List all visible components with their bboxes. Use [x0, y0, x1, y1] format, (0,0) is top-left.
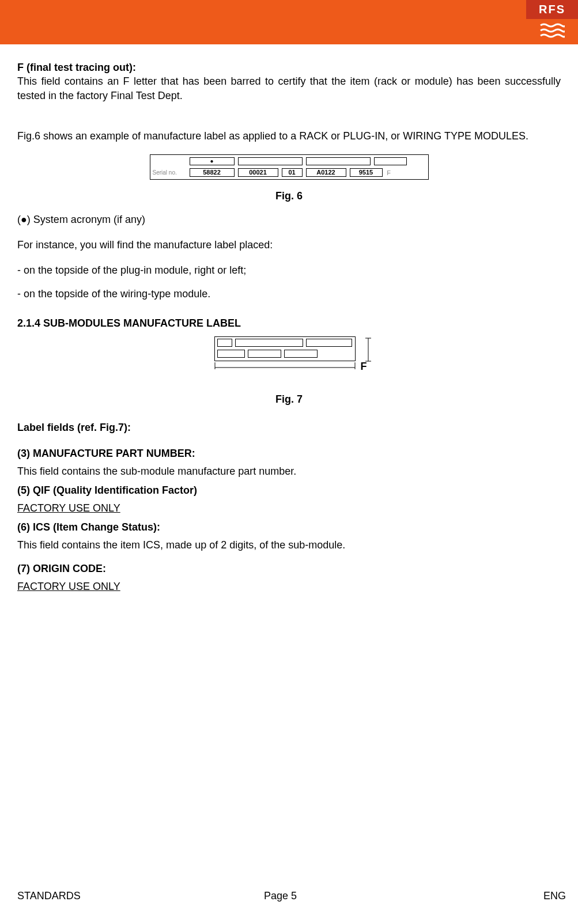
placement-item-2: - on the topside of the wiring-type modu… — [17, 287, 561, 301]
field-6: (6) ICS (Item Change Status): This field… — [17, 520, 561, 553]
fig6-top-trailing — [410, 158, 416, 165]
fig6-trailing-f: F — [386, 169, 392, 176]
field-7: (7) ORIGIN CODE: FACTORY USE ONLY — [17, 561, 561, 594]
field-6-body: This field contains the item ICS, made u… — [17, 537, 561, 553]
logo-text: RFS — [526, 0, 578, 19]
fig6-blank-label — [153, 158, 186, 164]
footer-right: ENG — [543, 890, 578, 902]
logo-wave-box — [526, 19, 578, 44]
fig6-label-box: ● Serial no. 58822 00021 01 A0122 9515 F — [150, 154, 429, 180]
header-bar: RFS — [0, 0, 578, 44]
footer-left: STANDARDS — [17, 890, 236, 902]
field-5-heading: (5) QIF (Quality Identification Factor) — [17, 483, 561, 498]
page-content: F (final test tracing out): This field c… — [0, 44, 578, 594]
placement-item-1: - on the topside of the plug-in module, … — [17, 264, 561, 277]
dot-icon: ● — [210, 158, 213, 164]
fig7-wrap: F — [214, 336, 364, 361]
fig7-f-label: F — [361, 361, 367, 373]
field-3-body: This field contains the sub-module manuf… — [17, 464, 561, 479]
fig6-intro: Fig.6 shows an example of manufacture la… — [17, 129, 561, 143]
page-footer: STANDARDS Page 5 ENG — [17, 890, 578, 902]
field-3: (3) MANUFACTURE PART NUMBER: This field … — [17, 446, 561, 479]
fig7-r2-c2 — [248, 350, 281, 358]
wave-icon — [539, 22, 565, 42]
field-7-body: FACTORY USE ONLY — [17, 579, 561, 594]
field-6-heading: (6) ICS (Item Change Status): — [17, 520, 561, 535]
fig6-cell-e: 9515 — [350, 168, 383, 177]
fig6-dot-cell: ● — [190, 157, 235, 165]
section-f-body: This field contains an F letter that has… — [17, 75, 561, 101]
fig7-r1-c2 — [235, 339, 303, 347]
fig6-cell-b: 00021 — [238, 168, 278, 177]
logo-block: RFS — [526, 0, 578, 44]
section-f-heading: F (final test tracing out): — [17, 62, 136, 73]
fig7-caption: Fig. 7 — [17, 393, 561, 406]
label-fields-heading: Label fields (ref. Fig.7): — [17, 421, 561, 434]
placement-intro: For instance, you will find the manufact… — [17, 238, 561, 252]
fig7-dim-vertical — [365, 338, 372, 362]
fig6-top-empty-2 — [306, 157, 371, 165]
fig6-cell-a: 58822 — [190, 168, 235, 177]
section-f: F (final test tracing out): This field c… — [17, 60, 561, 103]
field-3-heading: (3) MANUFACTURE PART NUMBER: — [17, 446, 561, 461]
fig6-cell-c: 01 — [282, 168, 303, 177]
serial-no-label: Serial no. — [153, 169, 186, 176]
fig7-r1-c1 — [217, 339, 232, 347]
fig6-cell-d: A0122 — [306, 168, 346, 177]
fig7-r2-c1 — [217, 350, 245, 358]
fig6-top-empty-3 — [374, 157, 407, 165]
fig7-r1-c3 — [306, 339, 352, 347]
acronym-note: (●) System acronym (if any) — [17, 213, 561, 226]
fig7-r2-c3 — [284, 350, 318, 358]
footer-center: Page 5 — [236, 890, 543, 902]
fig6-top-empty-1 — [238, 157, 303, 165]
field-7-heading: (7) ORIGIN CODE: — [17, 561, 561, 577]
fig7-dim-horizontal — [214, 362, 356, 372]
fig6-caption: Fig. 6 — [17, 190, 561, 202]
field-5-body: FACTORY USE ONLY — [17, 501, 561, 516]
fig7-label-box — [214, 336, 356, 361]
section-214-heading: 2.1.4 SUB-MODULES MANUFACTURE LABEL — [17, 317, 561, 330]
field-5: (5) QIF (Quality Identification Factor) … — [17, 483, 561, 516]
